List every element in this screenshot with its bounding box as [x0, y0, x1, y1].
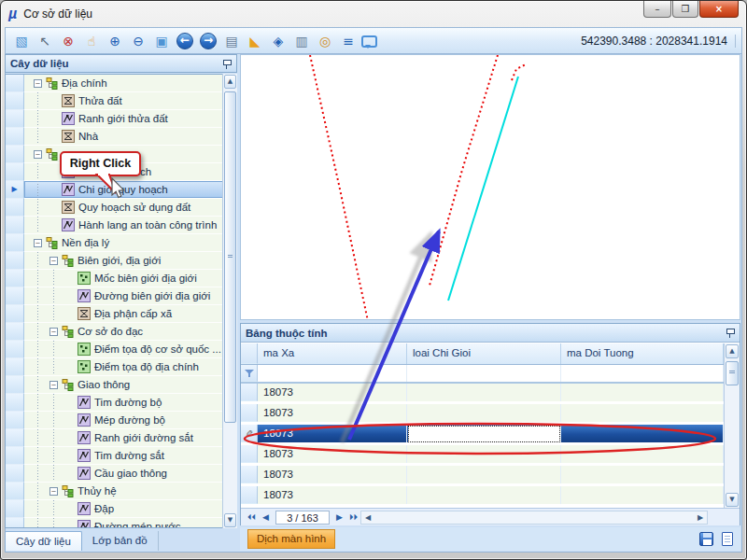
tree-row-indicator[interactable]: [6, 500, 24, 518]
find-in-document-icon[interactable]: ▥: [291, 31, 312, 51]
tree-expand-toggle[interactable]: –: [34, 150, 42, 159]
scroll-left-icon[interactable]: ◀: [361, 511, 374, 524]
tree-item[interactable]: Tim đường sắt: [24, 447, 236, 465]
save-icon[interactable]: [699, 532, 713, 546]
table-row[interactable]: 18073: [241, 486, 724, 507]
tree-expand-toggle[interactable]: –: [49, 381, 58, 389]
tree-row-indicator[interactable]: ▶: [6, 181, 24, 199]
scroll-up-icon[interactable]: ▲: [224, 75, 236, 89]
tab-data-tree[interactable]: Cây dữ liệu: [5, 531, 82, 551]
tree-expand-toggle[interactable]: –: [49, 487, 58, 496]
tree-row-indicator[interactable]: [6, 394, 24, 412]
previous-record-button[interactable]: ◀: [259, 512, 273, 522]
tree-item[interactable]: Đường mép nước: [24, 518, 236, 528]
zoom-extent-icon[interactable]: ▣: [151, 31, 172, 51]
scroll-up-icon[interactable]: ▲: [726, 344, 739, 358]
tree-item[interactable]: Thửa đất: [24, 92, 236, 110]
pan-hand-icon[interactable]: ☝: [81, 31, 102, 51]
tree-row-indicator[interactable]: [6, 412, 24, 429]
table-vertical-scrollbar[interactable]: ▲ ▼: [724, 343, 740, 508]
tree-item[interactable]: Mép đường bộ: [24, 412, 236, 429]
tree-row-indicator[interactable]: [6, 110, 24, 128]
scrollbar-thumb[interactable]: [726, 361, 739, 385]
tree-item[interactable]: –Giao thông: [24, 376, 236, 394]
comment-icon[interactable]: [361, 35, 377, 48]
tree-item[interactable]: –Thủy hệ: [24, 483, 236, 500]
tree-item[interactable]: Quy hoạch sử dụng đất: [24, 199, 236, 217]
zoom-out-icon[interactable]: ⊖: [128, 31, 148, 51]
tree-item[interactable]: Điểm tọa độ cơ sở quốc ...: [24, 341, 236, 358]
tree-item[interactable]: Tim đường bộ: [24, 394, 236, 412]
tree-item[interactable]: –Địa chính: [24, 75, 236, 92]
table-row[interactable]: 18073: [241, 466, 724, 486]
list-icon[interactable]: ≡: [338, 31, 359, 51]
map-view[interactable]: [240, 54, 740, 320]
tree-vertical-scrollbar[interactable]: ▲ ▼: [222, 74, 237, 528]
column-header[interactable]: ma Xa: [258, 343, 407, 364]
tree-expand-toggle[interactable]: –: [34, 79, 42, 88]
tree-row-indicator[interactable]: [6, 287, 24, 305]
tree-row-indicator[interactable]: [6, 270, 24, 287]
active-edit-cell[interactable]: [408, 426, 560, 442]
table-row[interactable]: 18073: [241, 445, 724, 466]
tree-row-indicator[interactable]: [6, 376, 24, 394]
select-region-add-icon[interactable]: ▧: [11, 31, 32, 51]
scroll-right-icon[interactable]: ▶: [694, 511, 707, 524]
tree-item[interactable]: Địa phận cấp xã: [24, 305, 236, 323]
filter-cell[interactable]: [258, 365, 407, 382]
tree-row-indicator[interactable]: [6, 518, 24, 528]
tree-row-indicator[interactable]: [6, 234, 24, 252]
column-header[interactable]: ma Doi Tuong: [561, 343, 724, 364]
tree-row-indicator[interactable]: [6, 92, 24, 110]
tree-row-indicator[interactable]: [6, 217, 24, 234]
next-record-button[interactable]: ▶: [332, 512, 346, 522]
tree-item[interactable]: –Biên giới, địa giới: [24, 252, 236, 270]
back-icon[interactable]: ←: [176, 33, 193, 49]
tree-item[interactable]: Nhà: [24, 128, 236, 146]
tree-item[interactable]: Đập: [24, 500, 236, 518]
pin-icon[interactable]: [726, 328, 735, 338]
tree-row-indicator[interactable]: [6, 323, 24, 341]
column-header[interactable]: loai Chi Gioi: [407, 343, 561, 364]
tree-item[interactable]: Cầu giao thông: [24, 465, 236, 483]
scroll-down-icon[interactable]: ▼: [224, 513, 236, 527]
tree-expand-toggle[interactable]: –: [49, 257, 58, 265]
tree-row-indicator[interactable]: [6, 199, 24, 217]
tree-row-indicator[interactable]: [6, 358, 24, 376]
tree-item[interactable]: Hành lang an toàn công trình: [24, 217, 236, 234]
pin-icon[interactable]: [222, 59, 232, 69]
tree-row-indicator[interactable]: [6, 429, 24, 447]
select-cursor-icon[interactable]: ↖: [35, 31, 55, 51]
print-icon[interactable]: ▤: [221, 31, 242, 51]
tree-item[interactable]: Ranh giới thửa đất: [24, 110, 236, 128]
tree-item[interactable]: Mốc biên giới địa giới: [24, 270, 236, 287]
tree-item[interactable]: Điểm tọa độ địa chính: [24, 358, 236, 376]
tree-row-indicator[interactable]: [6, 483, 24, 500]
filter-cell[interactable]: [561, 365, 724, 382]
maximize-button[interactable]: ❒: [672, 1, 698, 18]
zoom-in-icon[interactable]: ⊕: [105, 31, 125, 51]
tab-map-layers[interactable]: Lớp bản đồ: [82, 531, 159, 551]
titlebar[interactable]: µ Cơ sở dữ liệu – ❒ ×: [1, 1, 746, 27]
last-record-button[interactable]: ⏵⏵: [346, 512, 360, 523]
tree-item[interactable]: –Nền địa lý: [24, 234, 236, 252]
tree-row-indicator[interactable]: [6, 252, 24, 270]
table-row[interactable]: 18073: [241, 384, 724, 404]
tree-row-indicator[interactable]: [6, 447, 24, 465]
measure-icon[interactable]: ◣: [245, 31, 265, 51]
tree-item[interactable]: Chi giới quy hoạch: [24, 181, 236, 199]
close-button[interactable]: ×: [699, 1, 739, 18]
table-horizontal-scrollbar[interactable]: ◀ ▶: [360, 511, 708, 525]
clear-selection-icon[interactable]: ⊗: [58, 31, 78, 51]
filter-cell[interactable]: [407, 365, 561, 382]
preview-icon[interactable]: ◎: [315, 31, 335, 51]
forward-icon[interactable]: →: [200, 33, 217, 49]
scroll-down-icon[interactable]: ▼: [726, 493, 739, 507]
tree-item[interactable]: Đường biên giới địa giới: [24, 287, 236, 305]
tree-expand-toggle[interactable]: –: [34, 239, 42, 247]
info-icon[interactable]: ◈: [268, 31, 289, 51]
table-row[interactable]: 18073: [241, 404, 724, 425]
document-icon[interactable]: [722, 532, 733, 546]
tree-item[interactable]: Ranh giới đường sắt: [24, 429, 236, 447]
tree-row-indicator[interactable]: [6, 341, 24, 358]
